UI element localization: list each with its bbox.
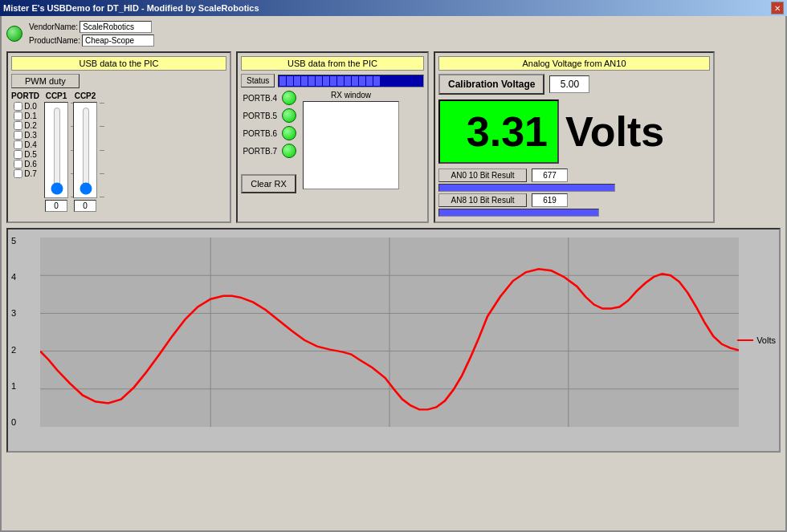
portb6-led: [282, 126, 296, 140]
voltage-display-row: 3.31 Volts: [438, 99, 710, 164]
portd-d6: D.6: [14, 160, 37, 169]
ccp2-slider[interactable]: [78, 107, 94, 195]
usb-to-pic-section: USB data to the PIC PWM duty PORTD D.0 D…: [6, 51, 231, 223]
top-info-row: VendorName: ScaleRobotics ProductName: C…: [6, 21, 781, 47]
status-row: Status: [241, 74, 424, 87]
chart-svg: [40, 238, 739, 427]
product-name-value: Cheap-Scope: [82, 35, 154, 47]
portd-d0: D.0: [14, 102, 37, 111]
ccp1-value: 0: [45, 200, 67, 212]
status-button[interactable]: Status: [241, 74, 275, 87]
status-light: [6, 26, 22, 42]
portb5-row: PORTB.5: [241, 108, 296, 123]
ccp2-title: CCP2: [75, 91, 96, 100]
voltage-unit: Volts: [559, 108, 664, 156]
portd-title: PORTD: [11, 91, 39, 100]
portd-d1-checkbox[interactable]: [14, 112, 22, 120]
calib-label: Calibration Voltage: [438, 74, 544, 95]
portd-d2: D.2: [14, 121, 37, 130]
portd-d4: D.4: [14, 140, 37, 149]
ccp2-group: CCP2 0: [73, 91, 97, 212]
rx-textarea[interactable]: [303, 101, 399, 189]
portb4-row: PORTB.4: [241, 91, 296, 105]
portd-d3: D.3: [14, 131, 37, 140]
title-text: Mister E's USBDemo for DT_HID - Modified…: [3, 3, 259, 13]
an8-value: 619: [532, 193, 568, 207]
rx-window-area: RX window: [303, 91, 399, 193]
portd-d7: D.7: [14, 169, 37, 178]
vendor-name-value: ScaleRobotics: [80, 21, 152, 33]
portb5-led: [282, 108, 296, 123]
vendor-name-row: VendorName: ScaleRobotics: [29, 21, 154, 33]
title-bar: Mister E's USBDemo for DT_HID - Modified…: [0, 0, 787, 16]
analog-section: Analog Voltage from AN10 Calibration Vol…: [434, 51, 715, 223]
portb4-label: PORTB.4: [241, 94, 277, 103]
an0-progress-bar: [438, 184, 615, 192]
pwm-duty-button[interactable]: PWM duty: [11, 74, 80, 88]
clear-rx-button[interactable]: Clear RX: [241, 174, 296, 193]
portb5-label: PORTB.5: [241, 112, 277, 120]
portd-d5: D.5: [14, 150, 37, 159]
portb7-row: PORTB.7: [241, 144, 296, 158]
ccp1-title: CCP1: [46, 91, 67, 100]
portb7-led: [282, 144, 296, 158]
ccp2-value: 0: [74, 200, 96, 212]
portb6-label: PORTB.6: [241, 129, 277, 138]
portd-d4-checkbox[interactable]: [14, 140, 22, 149]
y-axis-labels: 5 4 3 2 1 0: [11, 236, 16, 427]
legend-line: [737, 339, 753, 341]
rx-window-label: RX window: [303, 91, 399, 99]
usb-from-pic-header: USB data from the PIC: [241, 56, 424, 71]
progress-fill: [279, 75, 423, 87]
calib-value: 5.00: [549, 75, 589, 93]
an8-row: AN8 10 Bit Result 619: [438, 193, 710, 207]
portd-d1: D.1: [14, 112, 37, 120]
product-name-label: ProductName:: [29, 36, 80, 45]
portd-d7-checkbox[interactable]: [14, 169, 22, 178]
an8-progress-bar: [438, 209, 599, 217]
portd-d2-checkbox[interactable]: [14, 121, 22, 130]
product-name-row: ProductName: Cheap-Scope: [29, 35, 154, 47]
portd-checkboxes: D.0 D.1 D.2 D.3 D.4 D.5 D.6 D.7: [14, 102, 37, 178]
usb-from-pic-section: USB data from the PIC Status: [236, 51, 429, 223]
legend-label: Volts: [756, 335, 776, 345]
portd-d5-checkbox[interactable]: [14, 150, 22, 159]
chart-legend: Volts: [737, 335, 776, 345]
calib-row: Calibration Voltage 5.00: [438, 74, 710, 95]
ccp1-group: CCP1 0: [44, 91, 68, 212]
vendor-info: VendorName: ScaleRobotics ProductName: C…: [29, 21, 154, 47]
close-button[interactable]: ✕: [771, 2, 784, 14]
portd-d6-checkbox[interactable]: [14, 160, 22, 169]
an0-label: AN0 10 Bit Result: [438, 169, 527, 182]
portb7-label: PORTB.7: [241, 147, 277, 156]
status-progress: [278, 75, 424, 87]
portd-section: PORTD D.0 D.1 D.2 D.3 D.4 D.5 D.6 D.7 CC…: [11, 91, 226, 212]
analog-header: Analog Voltage from AN10: [438, 56, 710, 71]
sections-row: USB data to the PIC PWM duty PORTD D.0 D…: [6, 51, 781, 223]
vendor-name-label: VendorName:: [29, 22, 78, 31]
portd-d3-checkbox[interactable]: [14, 131, 22, 140]
ccp1-slider[interactable]: [49, 107, 65, 195]
chart-area: 5 4 3 2 1 0 Volts: [6, 228, 781, 453]
portb4-led: [282, 91, 296, 105]
portb-rows: PORTB.4 PORTB.5 PORTB.6 PORTB.7: [241, 91, 296, 193]
usb-to-pic-header: USB data to the PIC: [11, 56, 226, 71]
portb6-row: PORTB.6: [241, 126, 296, 140]
voltage-big-display: 3.31: [438, 99, 559, 164]
portd-d0-checkbox[interactable]: [14, 102, 22, 111]
portb-rx-row: PORTB.4 PORTB.5 PORTB.6 PORTB.7: [241, 91, 424, 193]
main-window: VendorName: ScaleRobotics ProductName: C…: [0, 16, 787, 532]
an8-label: AN8 10 Bit Result: [438, 193, 527, 207]
an0-value: 677: [532, 169, 568, 182]
portd-group: PORTD D.0 D.1 D.2 D.3 D.4 D.5 D.6 D.7: [11, 91, 39, 178]
an0-row: AN0 10 Bit Result 677: [438, 169, 710, 182]
